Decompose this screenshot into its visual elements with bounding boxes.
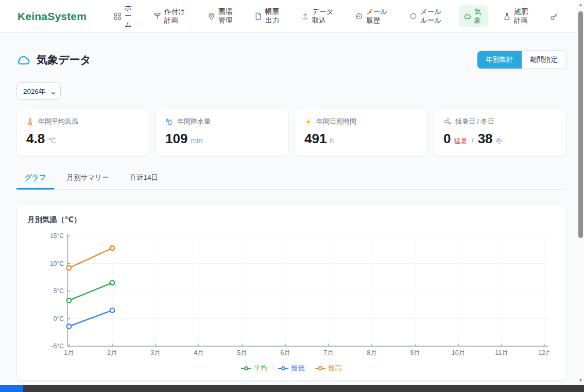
wind-icon <box>443 118 451 126</box>
stat-label: 年間日照時間 <box>316 117 356 126</box>
nav-item-label: メールルール <box>420 8 444 24</box>
svg-text:10月: 10月 <box>452 349 465 356</box>
monthly-temperature-chart[interactable]: 15°C10°C5°C0°C-5°C1月2月3月4月5月6月7月8月9月10月1… <box>27 231 549 359</box>
flask-icon <box>503 12 511 20</box>
nav-menu: ホーム 作付け計画 圃場管理 帳票出力 データ取込 <box>109 1 584 31</box>
svg-text:0°C: 0°C <box>54 315 64 322</box>
nav-item-label: 作付け計画 <box>164 8 188 24</box>
legend-label: 最低 <box>291 364 305 373</box>
nav-item-field-management[interactable]: 圃場管理 <box>203 5 239 27</box>
data-point-最高[interactable] <box>67 266 72 270</box>
page-header: 気象データ 年別集計 期間指定 <box>16 50 566 69</box>
taskbar-item[interactable] <box>0 385 23 392</box>
svg-text:7月: 7月 <box>323 349 333 356</box>
separator: / <box>471 136 473 145</box>
grid-icon <box>114 12 122 20</box>
stat-card-avg-temp: 年間平均気温 4.8 ℃ <box>16 109 149 156</box>
svg-text:1月: 1月 <box>64 349 74 356</box>
hot-days-label: 猛暑 <box>454 137 467 146</box>
thermometer-icon <box>26 118 34 126</box>
legend-item-最低[interactable]: 最低 <box>278 364 305 373</box>
svg-text:5月: 5月 <box>237 349 247 356</box>
data-point-最低[interactable] <box>67 324 72 329</box>
winter-days-label: 冬 <box>496 137 503 146</box>
circle-icon <box>409 12 417 20</box>
legend-label: 平均 <box>254 364 268 373</box>
chart-card: 月別気温（℃） 15°C10°C5°C0°C-5°C1月2月3月4月5月6月7月… <box>16 204 566 381</box>
legend-item-最高[interactable]: 最高 <box>315 364 342 373</box>
svg-text:4月: 4月 <box>194 349 203 356</box>
vertical-scrollbar[interactable]: ▲ ▼ <box>577 0 584 385</box>
stat-label: 年間降水量 <box>177 117 211 126</box>
year-filter-row: 2026年 <box>16 82 566 100</box>
data-point-最高[interactable] <box>110 246 115 250</box>
svg-text:9月: 9月 <box>410 349 420 356</box>
upload-icon <box>301 12 309 20</box>
main-content: 気象データ 年別集計 期間指定 2026年 年間平均気温 <box>0 50 584 381</box>
nav-item-mail-history[interactable]: メール履歴 <box>351 5 394 27</box>
nav-item-weather[interactable]: 気象 <box>459 5 488 27</box>
scroll-up-arrow-icon[interactable]: ▲ <box>577 1 584 8</box>
stat-label: 猛暑日 / 冬日 <box>455 117 494 126</box>
svg-text:2月: 2月 <box>107 349 117 356</box>
stat-card-extreme-days: 猛暑日 / 冬日 0 猛暑 / 38 冬 <box>434 109 566 156</box>
legend-marker-icon <box>241 366 251 371</box>
taskbar <box>0 385 584 392</box>
nav-item-label: ホーム <box>125 4 134 29</box>
nav-item-mail-rules[interactable]: メールルール <box>405 5 449 27</box>
scrollbar-thumb[interactable] <box>578 11 583 238</box>
tab-graph[interactable]: グラフ <box>16 168 54 190</box>
tab-recent-14-days[interactable]: 直近14日 <box>121 168 166 190</box>
top-navbar: KeinaSystem ホーム 作付け計画 圃場管理 帳票出力 <box>0 0 584 33</box>
key-icon <box>550 12 558 21</box>
scroll-down-arrow-icon[interactable]: ▼ <box>577 377 584 384</box>
svg-text:15°C: 15°C <box>50 232 64 240</box>
data-point-平均[interactable] <box>67 298 72 303</box>
stat-unit: mm <box>191 137 202 145</box>
droplet-icon <box>165 118 173 126</box>
stat-card-precipitation: 年間降水量 109 mm <box>156 109 288 156</box>
nav-item-label: データ取込 <box>312 8 336 24</box>
nav-item-fertilizer-plan[interactable]: 施肥計画 <box>499 5 535 27</box>
nav-item-password[interactable] <box>545 10 563 23</box>
svg-text:3月: 3月 <box>150 349 160 356</box>
stat-label: 年間平均気温 <box>38 117 78 126</box>
seedling-icon <box>153 12 161 20</box>
stat-unit: ℃ <box>48 137 56 145</box>
yearly-summary-button[interactable]: 年別集計 <box>477 51 522 69</box>
legend-marker-icon <box>278 366 288 371</box>
data-point-最低[interactable] <box>110 308 115 313</box>
svg-text:5°C: 5°C <box>54 287 64 295</box>
svg-text:10°C: 10°C <box>50 260 64 267</box>
history-icon <box>355 12 363 20</box>
page-title: 気象データ <box>37 53 91 67</box>
document-icon <box>254 12 262 20</box>
year-select[interactable]: 2026年 <box>16 82 61 100</box>
nav-item-planting-plan[interactable]: 作付け計画 <box>149 5 193 27</box>
view-tabs: グラフ 月別サマリー 直近14日 <box>16 168 566 190</box>
svg-text:12月: 12月 <box>538 349 549 356</box>
chart-legend: 平均最低最高 <box>27 364 556 373</box>
nav-item-report-output[interactable]: 帳票出力 <box>250 5 286 27</box>
nav-item-label: 圃場管理 <box>218 8 235 24</box>
legend-item-平均[interactable]: 平均 <box>241 364 268 373</box>
legend-marker-icon <box>315 366 325 371</box>
app-logo[interactable]: KeinaSystem <box>18 10 87 23</box>
stat-card-sunshine: 年間日照時間 491 h <box>295 109 427 156</box>
cloud-icon <box>16 53 30 67</box>
hot-days-value: 0 <box>443 131 451 147</box>
svg-text:-5°C: -5°C <box>51 343 64 350</box>
nav-item-label: 気象 <box>474 8 484 24</box>
nav-item-data-import[interactable]: データ取込 <box>297 5 340 27</box>
winter-days-value: 38 <box>478 131 493 147</box>
svg-text:6月: 6月 <box>280 349 290 356</box>
stat-value: 4.8 <box>26 131 45 147</box>
tab-monthly-summary[interactable]: 月別サマリー <box>58 168 117 190</box>
period-select-button[interactable]: 期間指定 <box>522 51 566 69</box>
nav-item-label: メール履歴 <box>366 8 390 24</box>
cloud-icon <box>463 12 471 20</box>
nav-item-home[interactable]: ホーム <box>109 1 139 31</box>
stat-unit: h <box>330 137 334 145</box>
aggregation-toggle: 年別集計 期間指定 <box>477 50 566 69</box>
data-point-平均[interactable] <box>110 281 115 285</box>
